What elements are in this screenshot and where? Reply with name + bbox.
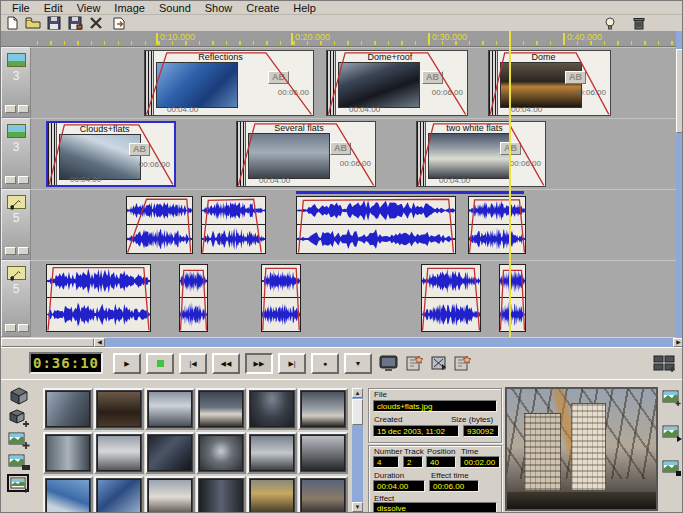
image-properties-icon[interactable] [7,452,31,472]
thumbnail[interactable] [247,432,297,474]
save-as-icon[interactable] [67,16,83,30]
monitor-icon[interactable] [379,354,398,372]
stop-button[interactable] [146,353,174,374]
delete-icon[interactable] [88,16,104,30]
transition-badge[interactable]: AB [129,143,150,156]
menu-image[interactable]: Image [107,2,152,14]
audio-effect-icon[interactable] [453,354,472,372]
record-button[interactable]: ● [311,353,339,374]
duration-field[interactable]: 00:04.00 [373,480,425,492]
thumbnail[interactable] [43,388,93,430]
thumbnail[interactable] [247,476,297,513]
fast-forward-button[interactable]: ▶▶ [245,353,273,374]
track-button[interactable] [5,176,16,184]
clip-trim-handle[interactable] [48,123,57,185]
rewind-button[interactable]: ◀◀ [212,353,240,374]
new-document-icon[interactable] [4,16,20,30]
track-button[interactable] [5,324,16,332]
thumbnail[interactable] [196,476,246,513]
video-clip-dome[interactable]: Dome AB 00:06.00 00:04.00 [488,50,611,116]
menu-create[interactable]: Create [239,2,286,14]
video-clip-reflections[interactable]: Reflections AB 00:06.00 00:04.00 [144,50,314,116]
transition-badge[interactable]: AB [565,71,586,84]
transport-more-button[interactable]: ▼ [344,353,372,374]
video-clip-clouds-flats[interactable]: Clouds+flats AB 00:06.00 00:04.00 [46,121,176,187]
video-clip-several-flats[interactable]: Several flats AB 00:06.00 00:04.00 [236,121,376,187]
timeline-ruler[interactable]: 0:10.000 0:20.000 0:30.000 0:40.000 [1,31,676,47]
thumbnail[interactable] [298,432,348,474]
clip-trim-handle[interactable] [327,51,336,115]
video-effect-icon[interactable] [405,354,424,372]
add-image-icon[interactable] [7,430,31,450]
track-field[interactable]: 2 [403,456,423,468]
track-button[interactable] [18,247,29,255]
play-image-icon[interactable] [662,425,682,442]
thumbnail[interactable] [196,388,246,430]
track-button[interactable] [5,247,16,255]
thumbnail[interactable] [145,388,195,430]
menu-file[interactable]: File [5,2,37,14]
insert-image-icon[interactable] [662,390,682,407]
thumbnail[interactable] [247,388,297,430]
transition-badge[interactable]: AB [330,142,351,155]
browser-scroll-thumb[interactable] [352,399,363,425]
thumbnail[interactable] [145,432,195,474]
clip-trim-handle[interactable] [145,51,154,115]
transition-box-icon[interactable] [430,354,449,372]
menu-edit[interactable]: Edit [37,2,70,14]
thumbnail[interactable] [298,388,348,430]
vertical-scroll-thumb[interactable] [676,49,683,133]
trash-icon[interactable] [631,16,647,30]
track-header-video-2[interactable]: 3 [1,118,31,189]
horizontal-scroll-thumb[interactable] [1,338,94,347]
created-field[interactable]: 15 dec 2003, 11:02 [373,425,459,437]
time-field[interactable]: 00:02.00 [460,456,500,468]
clip-trim-handle[interactable] [417,122,426,186]
track-button[interactable] [5,105,16,113]
audio-clip[interactable] [499,264,526,332]
export-icon[interactable] [111,16,127,30]
audio-clip[interactable] [261,264,301,332]
audio-clip[interactable] [421,264,481,332]
lamp-icon[interactable] [602,16,618,30]
clip-trim-handle[interactable] [489,51,498,115]
transition-badge[interactable]: AB [268,71,289,84]
file-name-field[interactable]: clouds+flats.jpg [373,400,497,412]
audio-clip[interactable] [468,196,526,254]
position-field[interactable]: 40 [426,456,456,468]
track-header-audio-1[interactable]: 5 [1,189,31,260]
play-button[interactable]: ▶ [113,353,141,374]
album-icon[interactable] [7,386,31,406]
thumbnail[interactable] [145,476,195,513]
browser-scroll-down-button[interactable]: ▼ [352,502,363,512]
browser-scroll-up-button[interactable]: ▲ [352,388,363,398]
save-icon[interactable] [46,16,62,30]
add-track-icon[interactable] [653,354,677,372]
show-image-icon[interactable] [7,474,31,494]
audio-clip[interactable] [179,264,208,332]
add-album-icon[interactable] [7,408,31,428]
open-folder-icon[interactable] [25,16,41,30]
prev-frame-button[interactable]: |◀ [179,353,207,374]
thumbnail[interactable] [94,476,144,513]
thumbnail[interactable] [196,432,246,474]
scroll-left-button[interactable]: ◀ [94,338,105,347]
effect-field[interactable]: dissolve [373,502,497,513]
track-button[interactable] [18,176,29,184]
audio-clip[interactable] [126,196,193,254]
browser-scrollbar[interactable]: ▲ ▼ [352,388,363,512]
video-clip-two-white-flats[interactable]: two white flats AB 00:06.00 00:04.00 [416,121,546,187]
menu-help[interactable]: Help [286,2,323,14]
timeline-vertical-scrollbar[interactable] [676,31,683,338]
video-clip-dome-roof[interactable]: Dome+roof AB 00:06.00 00:04.00 [326,50,468,116]
thumbnail[interactable] [43,432,93,474]
menu-view[interactable]: View [70,2,108,14]
track-button[interactable] [18,324,29,332]
thumbnail[interactable] [43,476,93,513]
timeline-horizontal-scrollbar[interactable]: ◀ ▶ [1,338,683,347]
audio-clip[interactable] [46,264,151,332]
menu-show[interactable]: Show [198,2,240,14]
playhead[interactable] [509,31,511,337]
track-header-video-1[interactable]: 3 [1,47,31,118]
number-field[interactable]: 4 [373,456,399,468]
